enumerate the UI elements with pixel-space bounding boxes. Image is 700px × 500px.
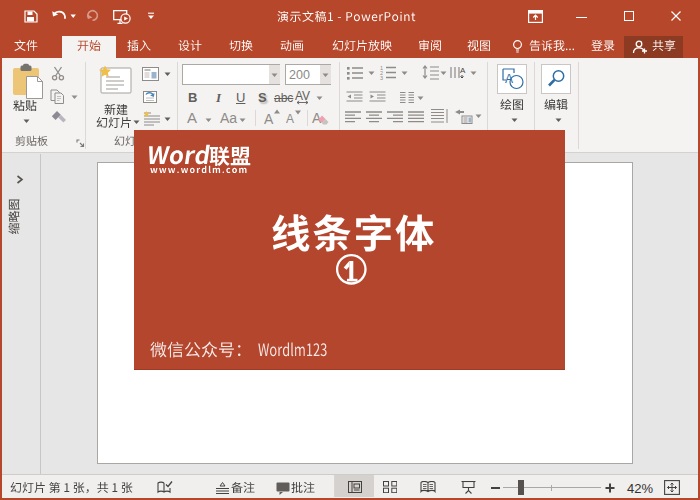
svg-text:A: A	[505, 72, 513, 86]
svg-text:A: A	[460, 66, 466, 75]
svg-text:3: 3	[380, 75, 383, 80]
